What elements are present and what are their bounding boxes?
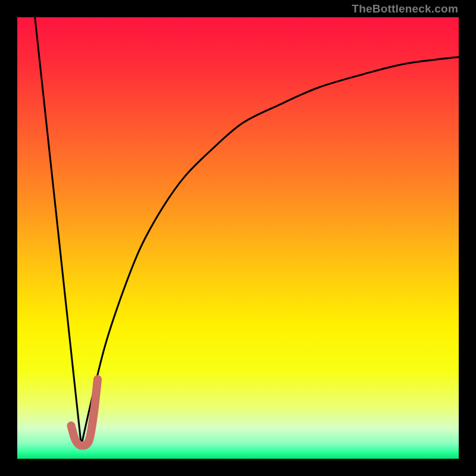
curve-layer: [17, 17, 459, 459]
watermark-text: TheBottleneck.com: [352, 2, 458, 15]
plot-area: [17, 17, 459, 459]
chart-frame: TheBottleneck.com: [0, 0, 476, 476]
right-curve-line: [82, 57, 459, 446]
left-descent-line: [35, 17, 82, 446]
